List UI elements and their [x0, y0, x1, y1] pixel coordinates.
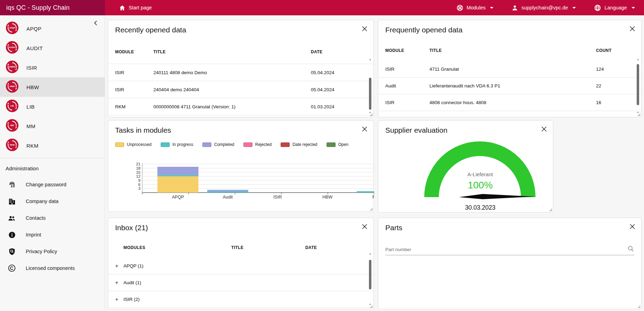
user-email: supplychain@vpc.de — [521, 5, 568, 10]
expand-plus-icon[interactable]: + — [115, 263, 121, 269]
sidebar-item-change-password[interactable]: Change password — [0, 176, 105, 193]
modules-menu[interactable]: Modules — [456, 4, 494, 11]
bar-APQP-completed — [158, 167, 199, 175]
scroll-thumb[interactable] — [369, 78, 371, 110]
sidebar-item-licensed-components[interactable]: Licensed components — [0, 260, 105, 277]
sidebar-item-label: Company data — [26, 199, 58, 204]
cell-module: Audit — [385, 83, 429, 88]
resize-handle[interactable] — [638, 305, 640, 308]
sidebar-item-label: LIB — [26, 104, 35, 110]
table-body: ISIR240111 4808 demo Demo05.04.2024ISIR2… — [108, 64, 373, 115]
resize-handle[interactable] — [638, 114, 640, 116]
shield-search-icon — [8, 247, 16, 256]
expand-plus-icon[interactable]: + — [115, 296, 121, 303]
sidebar-item-label: ISIR — [26, 65, 37, 71]
svg-text:APQP: APQP — [9, 27, 15, 29]
legend-item-open: Open — [327, 142, 348, 147]
close-icon[interactable] — [628, 223, 636, 230]
resize-handle[interactable] — [370, 305, 372, 308]
supplier-evaluation-date: 30.03.2023 — [408, 204, 553, 211]
sidebar-item-hbw[interactable]: HBW HBW — [0, 77, 105, 97]
scroll-up-icon[interactable]: ▲ — [368, 251, 373, 256]
svg-text:21: 21 — [136, 162, 140, 166]
close-icon[interactable] — [361, 125, 368, 133]
table-header: MODULE TITLE COUNT — [378, 40, 641, 61]
inbox-group-row[interactable]: +APQP (1) — [108, 258, 373, 274]
scroll-thumb[interactable] — [637, 64, 639, 105]
user-menu[interactable]: supplychain@vpc.de — [512, 5, 576, 11]
column-header-modules: MODULES — [123, 245, 231, 250]
sidebar-item-rkm[interactable]: RKM RKM — [0, 136, 105, 155]
table-row[interactable]: ISIR240111 4808 demo Demo05.04.2024 — [108, 64, 373, 81]
globe-icon — [594, 4, 601, 11]
vertical-scrollbar[interactable]: ▲ ▼ — [635, 57, 641, 115]
svg-text:18: 18 — [136, 166, 140, 170]
module-circle-icon: APQP — [6, 21, 19, 36]
cell-module: RKM — [115, 104, 153, 109]
inbox-group-row[interactable]: +Audit (1) — [108, 274, 373, 291]
building-icon — [8, 197, 16, 205]
column-header-date: DATE — [305, 245, 367, 250]
sidebar-item-company-data[interactable]: Company data — [0, 193, 105, 210]
svg-text:APQP: APQP — [172, 195, 184, 200]
close-icon[interactable] — [361, 223, 368, 230]
sidebar-item-isir[interactable]: EMPB ISIR — [0, 58, 105, 77]
chevron-down-icon — [631, 7, 635, 9]
legend-item-unprocessed: Unprocessed — [115, 142, 152, 147]
legend-swatch — [243, 142, 252, 147]
sidebar-item-apqp[interactable]: APQP APQP — [0, 19, 105, 38]
sidebar-item-label: MM — [26, 123, 35, 129]
sidebar-collapse-button[interactable] — [91, 20, 100, 28]
start-page-link[interactable]: Start page — [119, 5, 152, 11]
sidebar-item-label: Privacy Policy — [26, 249, 57, 254]
vertical-scrollbar[interactable]: ▲ ▼ — [368, 57, 373, 115]
scroll-thumb[interactable] — [369, 260, 371, 289]
sidebar-item-label: APQP — [26, 26, 41, 32]
sidebar-item-audit[interactable]: AUDIT AUDIT — [0, 38, 105, 58]
cell-count: 16 — [596, 100, 634, 105]
table-row[interactable]: ISIR4808 connector hous. 480816 — [378, 94, 641, 111]
inbox-group-row[interactable]: +ISIR (2) — [108, 291, 373, 308]
table-row[interactable]: RKM0000000008 4711 Granulat (Version: 1)… — [108, 98, 373, 115]
chevron-down-icon — [490, 7, 493, 9]
chart-legend: UnprocessedIn progressCompletedRejectedD… — [115, 142, 348, 147]
fingerprint-icon — [8, 180, 16, 189]
cell-module: ISIR — [385, 67, 429, 72]
resize-handle[interactable] — [549, 209, 552, 211]
inbox-group-label: APQP (1) — [123, 263, 367, 269]
column-header-title: TITLE — [429, 48, 596, 53]
sidebar-item-imprint[interactable]: Imprint — [0, 226, 105, 243]
close-icon[interactable] — [628, 25, 636, 32]
close-icon[interactable] — [361, 25, 368, 32]
sidebar-item-label: RKM — [26, 143, 39, 149]
card-inbox: Inbox (21) MODULES TITLE DATE +APQP (1)+… — [108, 218, 374, 309]
resize-handle[interactable] — [370, 114, 372, 116]
sidebar-item-lib[interactable]: LIB LIB — [0, 97, 105, 116]
scroll-up-icon[interactable]: ▲ — [368, 57, 373, 62]
part-number-input[interactable] — [385, 247, 627, 252]
vertical-scrollbar[interactable]: ▲ ▼ — [368, 251, 373, 307]
bar-Audit-in-progress — [207, 191, 248, 193]
sidebar-item-mm[interactable]: MM MM — [0, 116, 105, 136]
sidebar-item-privacy-policy[interactable]: Privacy Policy — [0, 243, 105, 260]
cell-title: 240111 4808 demo Demo — [153, 70, 311, 75]
top-nav: Start page Modules supplychain@vpc.de — [105, 0, 644, 15]
svg-text:15: 15 — [136, 170, 140, 174]
legend-label: Completed — [214, 142, 234, 147]
resize-handle[interactable] — [370, 208, 372, 210]
expand-plus-icon[interactable]: + — [115, 280, 121, 286]
card-tasks-in-modules: Tasks in modules UnprocessedIn progressC… — [108, 120, 374, 212]
scroll-up-icon[interactable]: ▲ — [635, 57, 641, 62]
supplier-rating-label: A-Lieferant — [408, 171, 553, 177]
table-row[interactable]: AuditLieferantenaudit nach VDA 6.3 P122 — [378, 78, 641, 94]
language-menu[interactable]: Language — [594, 4, 635, 11]
sidebar-item-contacts[interactable]: Contacts — [0, 210, 105, 226]
svg-text:EMPB: EMPB — [9, 66, 15, 68]
search-icon[interactable] — [627, 245, 634, 254]
sidebar-item-label: Licensed components — [26, 265, 75, 271]
top-bar: iqs QC - Supply Chain Start page Modules — [0, 0, 644, 15]
legend-item-date-rejected: Date rejected — [281, 142, 317, 147]
table-row[interactable]: ISIR240404 demo 24040405.04.2024 — [108, 81, 373, 98]
card-recently-opened: Recently opened data MODULE TITLE DATE I… — [108, 20, 374, 117]
table-row[interactable]: ISIR4711 Granulat124 — [378, 61, 641, 78]
